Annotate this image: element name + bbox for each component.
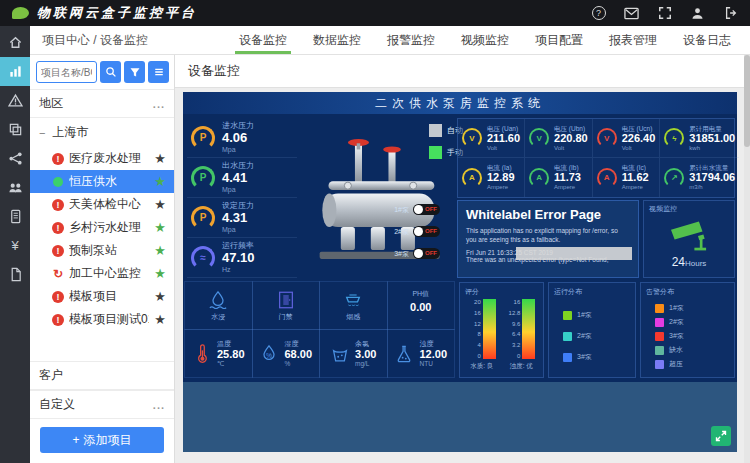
legend-swatch: [655, 360, 664, 369]
tile-water-leak: 水浸: [184, 281, 253, 330]
cctv-camera-icon: [666, 218, 712, 254]
tab-alarm-monitor[interactable]: 报警监控: [374, 26, 448, 54]
filter-button[interactable]: [124, 61, 145, 83]
add-project-button[interactable]: + 添加项目: [40, 427, 164, 453]
error-title: Whitelabel Error Page: [466, 207, 630, 222]
scrollbar-thumb[interactable]: [744, 55, 750, 147]
score-panel: 评分 201612840 水质: 良 1612.89.66.43.20: [459, 282, 544, 378]
tab-data-monitor[interactable]: 数据监控: [300, 26, 374, 54]
gauge-icon: P: [191, 206, 215, 230]
pump2-toggle[interactable]: OFF: [413, 226, 440, 237]
error-page-panel: Whitelabel Error Page This application h…: [457, 200, 639, 278]
star-icon[interactable]: ★: [154, 289, 166, 304]
search-input[interactable]: [36, 61, 97, 83]
gauge-inlet-pressure: P 进水压力4.06Mpa: [187, 118, 297, 158]
alert-icon: !: [52, 153, 64, 165]
legend-swatch: [655, 332, 664, 341]
manual-swatch: [429, 146, 442, 159]
star-icon[interactable]: ★: [154, 266, 166, 281]
tree-item-project[interactable]: ! 模板项目 ★: [30, 285, 174, 308]
user-icon[interactable]: [690, 6, 705, 21]
pump3-toggle-row: 3#泵 OFF: [389, 248, 440, 259]
gauge-icon: V: [529, 128, 549, 148]
section-custom[interactable]: 自定义 ...: [30, 390, 174, 419]
report-icon[interactable]: [0, 260, 30, 289]
project-sidebar: 地区 ... − 上海市 ! 医疗废水处理 ★ 恒压供水 ★ ! 天美体检中心 …: [30, 55, 175, 463]
tab-video-monitor[interactable]: 视频监控: [448, 26, 522, 54]
project-tree: ! 医疗废水处理 ★ 恒压供水 ★ ! 天美体检中心 ★ ! 乡村污水处理 ★ …: [30, 147, 174, 331]
gauge-icon: A: [462, 168, 482, 188]
tile-temperature: 温度25.80℃: [184, 329, 253, 378]
star-icon[interactable]: ★: [154, 197, 166, 212]
tab-report-manage[interactable]: 报表管理: [596, 26, 670, 54]
star-icon[interactable]: ★: [154, 243, 166, 258]
tree-item-project[interactable]: ! 医疗废水处理 ★: [30, 147, 174, 170]
run-panel-title: 运行分布: [549, 283, 635, 297]
tree-node-city[interactable]: − 上海市: [30, 118, 174, 147]
section-region-label: 地区: [39, 95, 63, 112]
legend-swatch: [655, 318, 664, 327]
tree-item-project[interactable]: ! 模板项目测试01 ★: [30, 308, 174, 331]
lightning-icon: ϟ: [664, 128, 684, 148]
page-header: 项目中心 / 设备监控 设备监控 数据监控 报警监控 视频监控 项目配置 报表管…: [30, 26, 750, 55]
search-row: [30, 55, 174, 89]
expand-icon: [715, 430, 727, 442]
sidebar-spacer: [30, 331, 174, 361]
tree-item-project-selected[interactable]: 恒压供水 ★: [30, 170, 174, 193]
scada-dashboard: 二次供水泵房监控系统 P 进水压力4.06Mpa P 出水压力4.41Mpa P…: [183, 92, 737, 452]
menu-icon: [153, 66, 165, 78]
pump3-toggle[interactable]: OFF: [413, 248, 440, 259]
tab-device-log[interactable]: 设备日志: [670, 26, 744, 54]
gauge-voltage-ubn: V 电压 (Ubn)220.80Volt: [524, 119, 592, 158]
gauge-voltage-ucn: V 电压 (Ucn)226.40Volt: [592, 119, 660, 158]
search-icon: [105, 66, 117, 78]
auto-swatch: [429, 124, 442, 137]
star-icon[interactable]: ★: [154, 220, 166, 235]
monitor-icon[interactable]: [0, 57, 30, 86]
topbar-icons: ?: [591, 6, 738, 21]
region-more-icon[interactable]: ...: [153, 98, 165, 110]
pump1-toggle[interactable]: OFF: [413, 204, 440, 215]
users-icon[interactable]: [0, 173, 30, 202]
section-region[interactable]: 地区 ...: [30, 89, 174, 118]
score-bar-water: 201612840 水质: 良: [468, 299, 496, 371]
projects-icon[interactable]: [0, 115, 30, 144]
help-icon[interactable]: ?: [591, 6, 606, 21]
collapse-icon[interactable]: −: [39, 127, 45, 139]
device-icon[interactable]: [0, 202, 30, 231]
star-icon[interactable]: ★: [154, 312, 166, 327]
tab-device-monitor[interactable]: 设备监控: [226, 26, 300, 54]
svg-text:%: %: [266, 351, 272, 358]
tree-item-project[interactable]: ↻ 加工中心监控 ★: [30, 262, 174, 285]
menu-button[interactable]: [148, 61, 169, 83]
alarm-icon[interactable]: [0, 86, 30, 115]
tree-item-project[interactable]: ! 预制泵站 ★: [30, 239, 174, 262]
pump1-toggle-row: 1#泵 OFF: [389, 204, 440, 215]
custom-more-icon[interactable]: ...: [153, 399, 165, 411]
tree-item-project[interactable]: ! 天美体检中心 ★: [30, 193, 174, 216]
expand-button[interactable]: [711, 426, 731, 446]
tree-item-project[interactable]: ! 乡村污水处理 ★: [30, 216, 174, 239]
section-customer[interactable]: 客户: [30, 361, 174, 390]
score-bar-turbidity: 1612.89.66.43.20 浊度: 优: [507, 299, 535, 371]
search-button[interactable]: [100, 61, 121, 83]
logout-icon[interactable]: [723, 6, 738, 21]
gauge-total-flow: ↗ 累计出水流量31794.06m3/h: [659, 158, 739, 197]
star-icon[interactable]: ★: [154, 151, 166, 166]
city-label: 上海市: [52, 124, 88, 141]
billing-icon[interactable]: ¥: [0, 231, 30, 260]
legend-swatch: [655, 304, 664, 313]
star-icon[interactable]: ★: [154, 174, 166, 189]
fullscreen-icon[interactable]: [657, 6, 672, 21]
share-icon[interactable]: [0, 144, 30, 173]
home-icon[interactable]: [0, 28, 30, 57]
section-customer-label: 客户: [39, 367, 63, 384]
gradient-bar: [483, 299, 496, 359]
gauge-icon: P: [191, 126, 215, 150]
sensor-tiles: 水浸 门禁 烟感 PH值 0.00 - 温度25.80℃ % 湿度68.00% …: [185, 282, 455, 378]
mail-icon[interactable]: [624, 6, 639, 21]
main-tabs: 设备监控 数据监控 报警监控 视频监控 项目配置 报表管理 设备日志: [226, 26, 750, 54]
video-monitor-panel[interactable]: 视频监控 24Hours: [643, 200, 735, 278]
trend-up-icon: ↗: [664, 168, 684, 188]
tab-project-config[interactable]: 项目配置: [522, 26, 596, 54]
